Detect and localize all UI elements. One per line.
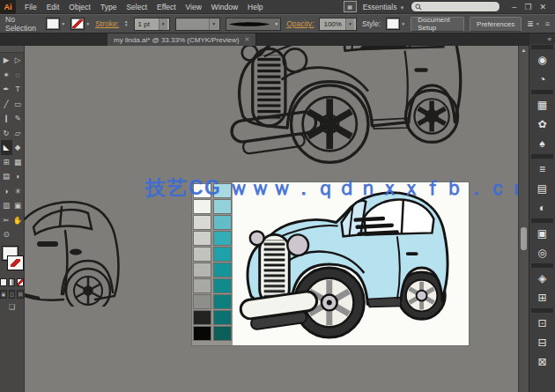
workspace-switcher[interactable]: Essentials▼ [363, 3, 405, 11]
align-options-control[interactable]: ≣▼ [527, 19, 540, 28]
magic-wand-tool[interactable]: ✶ [1, 68, 12, 83]
preferences-button[interactable]: Preferences [470, 17, 522, 32]
width-profile-combo[interactable]: ▼ [175, 18, 221, 31]
gradient-tool[interactable]: ▤ [1, 169, 12, 184]
zoom-tool[interactable]: ⊙ [1, 227, 12, 242]
draw-normal-button[interactable]: ▣ [0, 290, 7, 299]
menu-type[interactable]: Type [100, 3, 116, 11]
teal-swatch-6[interactable] [214, 263, 231, 277]
symbols-panel-icon[interactable]: ♠ [529, 134, 555, 153]
opacity-combo[interactable]: 100%▼ [319, 18, 357, 31]
teal-swatch-2[interactable] [214, 200, 231, 213]
shape-builder-tool[interactable]: ◆ [12, 140, 24, 155]
stroke-swatch[interactable] [70, 18, 85, 30]
teal-swatch-1[interactable] [214, 184, 231, 197]
search-input[interactable] [425, 2, 490, 11]
panel-group-header[interactable] [531, 308, 553, 313]
stroke-weight-combo[interactable]: 1 pt▼ [134, 18, 170, 31]
stroke-weight-stepper[interactable]: ▲▼ [124, 20, 128, 27]
color-panel-icon[interactable]: ◉ [529, 50, 555, 70]
vertical-scrollbar[interactable]: ▲ [518, 46, 529, 392]
pen-tool[interactable]: ✒ [1, 82, 12, 97]
teal-swatch-8[interactable] [214, 295, 231, 308]
stroke-panel-link[interactable]: Stroke: [95, 19, 119, 28]
close-button[interactable]: ✕ [539, 0, 546, 14]
mesh-tool[interactable]: ▦ [12, 155, 24, 170]
fill-swatch[interactable] [46, 18, 60, 30]
width-tool[interactable]: ◣ [1, 140, 12, 155]
panel-group-header[interactable] [531, 45, 553, 49]
gray-swatch-3[interactable] [194, 216, 211, 229]
gray-swatch-7[interactable] [194, 279, 211, 292]
search-box[interactable] [411, 1, 500, 12]
menu-effect[interactable]: Effect [157, 3, 176, 11]
gray-swatch-10[interactable] [194, 327, 211, 340]
screen-mode-button[interactable]: ❏ [0, 303, 24, 311]
brush-definition-combo[interactable]: ▼ [226, 18, 281, 31]
expand-panels-button[interactable]: « [529, 33, 555, 44]
rectangle-tool[interactable]: ▭ [12, 97, 24, 112]
fill-stroke-indicator[interactable] [0, 246, 24, 276]
artboard-tool[interactable]: ▣ [12, 198, 24, 213]
stroke-panel-icon[interactable]: ≡ [529, 159, 555, 179]
color-mode-button[interactable] [0, 278, 7, 286]
gray-swatch-1[interactable] [194, 184, 211, 197]
teal-swatch-10[interactable] [214, 327, 231, 340]
gradient-mode-button[interactable] [9, 278, 16, 286]
tab-close-icon[interactable]: ✕ [244, 36, 249, 43]
canvas[interactable]: 技艺CG ｗｗｗ．ｑｄｎｘｘｆｂ．ｃｎ [0, 46, 518, 392]
gray-swatch-6[interactable] [194, 263, 211, 277]
document-setup-button[interactable]: Document Setup [411, 17, 464, 32]
layers-panel-icon[interactable]: ◈ [529, 269, 555, 288]
stroke-indicator[interactable] [7, 255, 24, 270]
none-mode-button[interactable] [17, 278, 24, 286]
align-panel-icon[interactable]: ⊟ [529, 333, 555, 352]
pathfinder-panel-icon[interactable]: ⊠ [529, 352, 555, 372]
blend-tool[interactable]: ◑ [1, 184, 12, 199]
gray-swatch-2[interactable] [194, 200, 211, 213]
column-graph-tool[interactable]: ▥ [1, 198, 12, 213]
symbol-sprayer-tool[interactable]: ✳ [12, 184, 24, 199]
eyedropper-tool[interactable]: ◗ [12, 169, 24, 184]
teal-swatch-5[interactable] [214, 248, 231, 261]
hand-tool[interactable]: ✋ [12, 213, 24, 228]
perspective-grid-tool[interactable]: ⊞ [1, 155, 12, 170]
slice-tool[interactable]: ✂ [1, 213, 12, 228]
direct-selection-tool[interactable]: ▷ [12, 53, 24, 68]
swatches-panel-icon[interactable]: ▦ [529, 95, 555, 115]
scroll-up-arrow[interactable]: ▲ [519, 46, 529, 55]
panel-group-header[interactable] [531, 154, 553, 159]
opacity-panel-link[interactable]: Opacity: [286, 19, 314, 28]
arrange-documents-icon[interactable]: ▦ [344, 1, 357, 12]
menu-edit[interactable]: Edit [47, 3, 60, 11]
lasso-tool[interactable]: ◌ [12, 68, 24, 83]
collapse-control-bar-icon[interactable]: ≡ [545, 19, 550, 28]
panel-group-header[interactable] [531, 263, 553, 268]
panel-group-header[interactable] [531, 218, 553, 223]
rotate-tool[interactable]: ↻ [1, 126, 12, 141]
gray-swatch-9[interactable] [194, 311, 211, 324]
draw-inside-button[interactable]: 回 [17, 290, 24, 299]
colored-car-illustration[interactable] [235, 184, 466, 343]
type-tool[interactable]: T [12, 82, 24, 97]
stroke-color-control[interactable]: ▼ [70, 18, 90, 30]
menu-view[interactable]: View [186, 3, 202, 11]
fill-color-control[interactable]: ▼ [46, 18, 65, 30]
toolbar-grip[interactable] [0, 46, 24, 53]
menu-help[interactable]: Help [248, 3, 263, 11]
line-art-car-top[interactable] [226, 46, 481, 168]
pencil-tool[interactable]: ✎ [12, 111, 24, 126]
gray-swatch-4[interactable] [194, 232, 211, 245]
paintbrush-tool[interactable]: ❙ [1, 111, 12, 126]
brushes-panel-icon[interactable]: ✿ [529, 115, 555, 134]
scale-tool[interactable]: ▱ [12, 126, 24, 141]
teal-swatch-3[interactable] [214, 216, 231, 229]
artboards-panel-icon[interactable]: ⊞ [529, 288, 555, 307]
menu-object[interactable]: Object [69, 3, 91, 11]
document-tab[interactable]: my linda.ai* @ 33.33% (CMYK/Preview) ✕ [107, 33, 256, 46]
minimize-button[interactable]: – [512, 0, 516, 14]
panel-group-header[interactable] [531, 90, 553, 94]
gray-swatch-8[interactable] [194, 295, 211, 308]
selection-tool[interactable]: ▶ [1, 53, 12, 68]
draw-behind-button[interactable]: ▢ [9, 290, 16, 299]
